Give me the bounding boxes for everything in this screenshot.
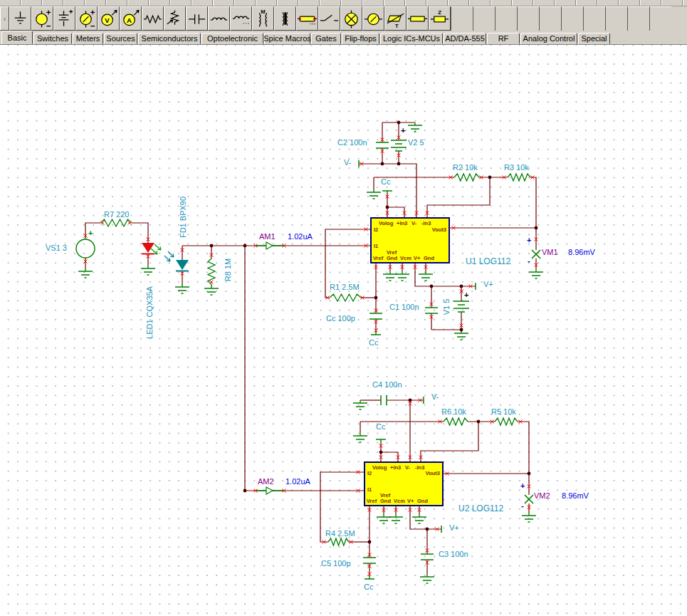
vminus-tag-label[interactable]: V- [344,158,351,167]
am1-label[interactable]: AM1 [259,232,276,241]
c2-label[interactable]: C2 100n [337,138,367,147]
vs1-label[interactable]: VS1 3 [46,244,67,252]
toolbar-button-potentiometer[interactable] [164,6,186,31]
toolbar-button-impedance[interactable]: Z [429,6,451,31]
tab-rf[interactable]: RF [487,33,520,44]
junction-dot[interactable] [477,420,481,424]
r2-label[interactable]: R2 10k [453,163,478,172]
ground-symbol[interactable] [522,513,536,522]
tab-analog-control[interactable]: Analog Control [520,33,577,44]
am1-value[interactable]: 1.02uA [286,232,314,241]
vplus-tag-label[interactable]: V+ [483,280,493,288]
resistor-r2[interactable] [454,174,479,181]
toolbar-button-switch[interactable] [318,6,340,31]
junction-dot[interactable] [379,451,383,454]
c5-label[interactable]: C5 100p [321,559,351,568]
cc-tag-label[interactable]: Cc [381,177,390,186]
c3-label[interactable]: C3 100n [439,550,468,558]
toolbar-button-transformer[interactable] [274,6,296,31]
junction-dot[interactable] [243,489,247,493]
junction-dot[interactable] [409,399,412,402]
r1-label[interactable]: R1 2.5M [330,283,360,291]
toolbar-button-relay[interactable] [407,6,429,31]
toolbar-button-variable-inductor[interactable] [230,6,252,31]
tab-semiconductors[interactable]: Semiconductors [138,33,201,44]
toolbar-button-fuse[interactable] [296,6,318,31]
ground-symbol[interactable] [419,271,433,281]
wire[interactable] [427,177,490,217]
pin-mark[interactable] [128,221,132,225]
junction-dot[interactable] [397,162,401,166]
tab-optoelectronic[interactable]: Optoelectronic [201,33,263,44]
cc-tag-label[interactable]: Cc [376,422,385,431]
net-tag-cc[interactable] [382,191,392,194]
wire[interactable] [410,506,441,529]
ground-symbol[interactable] [412,514,426,523]
toolbar-button-current-source[interactable] [75,6,98,31]
r7-label[interactable]: R7 220 [104,210,129,219]
r4-label[interactable]: R4 2.5M [325,529,355,538]
tab-switches[interactable]: Switches [33,33,72,44]
pin-mark[interactable] [101,221,105,225]
capacitor-c5[interactable] [363,558,376,563]
resistor-r5[interactable] [495,418,518,425]
ammeter-am2[interactable] [256,487,284,494]
capacitor-c3[interactable] [421,554,434,560]
wire[interactable] [387,207,404,217]
tab-basic[interactable]: Basic [1,31,33,44]
c1-label[interactable]: C1 100n [389,303,419,311]
toolbar-button-lamp[interactable] [340,6,362,31]
vminus-tag-label[interactable]: V- [431,392,439,401]
toolbar-button-resistor[interactable] [142,6,164,31]
capacitor-c1[interactable] [425,308,438,313]
junction-dot[interactable] [535,226,538,230]
c4-label[interactable]: C4 100n [372,380,402,389]
tab-gates[interactable]: Gates [311,33,341,44]
junction-dot[interactable] [374,296,378,300]
led1-label[interactable]: LED1 CQX35A [145,286,154,339]
wire[interactable] [518,422,529,474]
r5-label[interactable]: R5 10k [491,407,516,416]
led-led1[interactable] [142,243,161,254]
v1-label[interactable]: V1 5 [442,299,451,315]
resistor-r7[interactable] [100,219,132,226]
wire[interactable] [530,177,536,228]
resistor-r6[interactable] [444,418,468,425]
ammeter-am1[interactable] [256,242,284,249]
resistor-r8[interactable] [208,259,215,284]
junction-dot[interactable] [386,206,389,209]
toolbar-button-ground[interactable] [9,6,31,31]
tab-sources[interactable]: Sources [104,33,137,44]
resistor-r4[interactable] [328,538,349,545]
toolbar-scroll-left-button[interactable]: ‹ [0,6,9,31]
toolbar-button-current-generator[interactable]: A [120,6,142,31]
ground-symbol[interactable] [383,271,397,281]
junction-dot[interactable] [426,528,429,531]
u2-label[interactable]: U2 LOG112 [458,504,503,513]
v2-label[interactable]: V2 5 [408,138,424,147]
r3-label[interactable]: R3 10k [504,163,529,172]
wire[interactable] [421,422,478,461]
resistor-r1[interactable] [330,294,361,301]
wire[interactable] [132,223,148,243]
tab-special[interactable]: Special [578,33,610,44]
net-tag-cc[interactable] [365,576,374,579]
cc-cap-label[interactable]: Cc 100p [326,314,355,323]
junction-dot[interactable] [528,472,531,476]
ground-symbol[interactable] [454,330,468,340]
tab-flip-flops[interactable]: Flip-flops [342,33,379,44]
cc-tag-label[interactable]: Cc [369,338,378,347]
junction-dot[interactable] [430,285,434,288]
photodiode-fd1[interactable] [164,251,189,271]
ground-symbol[interactable] [353,433,367,442]
ground-symbol[interactable] [367,189,381,199]
junction-dot[interactable] [210,244,214,248]
vm1-value[interactable]: 8.96mV [567,248,597,256]
toolbar-button-motor[interactable] [362,6,384,31]
toolbar-button-triac[interactable]: T [384,6,407,31]
ground-symbol[interactable] [353,400,367,409]
toolbar-button-voltage-generator[interactable]: V [98,6,120,31]
battery-v1[interactable] [453,301,469,312]
battery-v2[interactable] [391,140,407,151]
ground-symbol[interactable] [141,266,155,275]
